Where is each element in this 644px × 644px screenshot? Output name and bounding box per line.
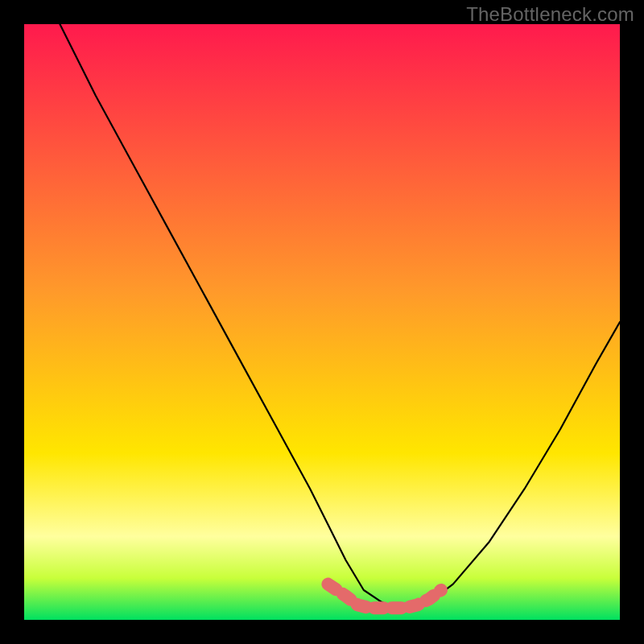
chart-frame: TheBottleneck.com: [0, 0, 644, 644]
gradient-background: [24, 24, 620, 620]
plot-area: [24, 24, 620, 620]
chart-svg: [24, 24, 620, 620]
watermark-text: TheBottleneck.com: [466, 3, 634, 26]
